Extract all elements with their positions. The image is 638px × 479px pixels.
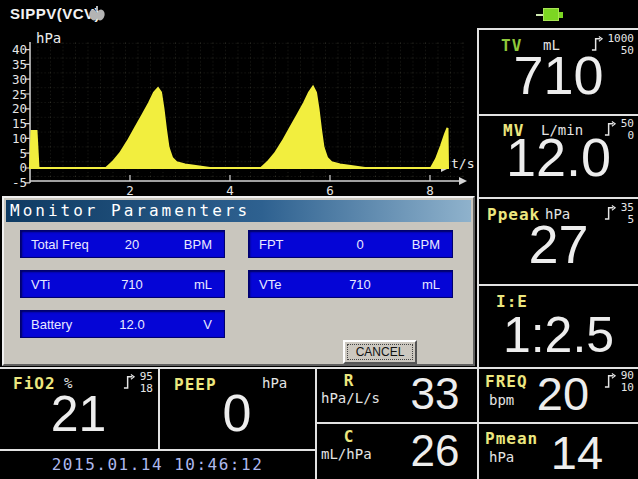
divider — [477, 28, 479, 479]
panel-fio2: FiO2 % 9518 21 — [0, 369, 157, 449]
panel-ppeak: Ppeak hPa 355 27 — [479, 199, 638, 283]
y-tick-label: 20 — [1, 101, 27, 116]
y-tick-label: 35 — [1, 57, 27, 72]
panel-tv: TV mL 100050 710 — [479, 30, 638, 114]
y-tick-label: 40 — [1, 42, 27, 57]
y-tick-label: 25 — [1, 87, 27, 102]
y-tick-label: 5 — [1, 146, 27, 161]
ventilation-mode-label: SIPPV(VCV) — [10, 5, 100, 22]
divider — [0, 367, 638, 369]
dialog-field-vti: VTi 710 mL — [20, 270, 225, 298]
waveform-svg — [0, 28, 478, 196]
r-label: R — [317, 371, 381, 390]
field-value: 710 — [332, 277, 388, 292]
panel-mv: MV L/min 500 12.0 — [479, 116, 638, 196]
field-label: VTi — [21, 277, 104, 292]
freq-value: 20 — [523, 370, 603, 417]
c-unit: mL/hPa — [321, 446, 372, 462]
alarm-limits-icon — [604, 372, 617, 389]
y-tick-label: 30 — [1, 72, 27, 87]
y-tick-label: 10 — [1, 131, 27, 146]
ac-power-icon — [536, 8, 566, 22]
ppeak-value: 27 — [479, 217, 638, 271]
field-label: VTe — [249, 277, 332, 292]
panel-r: R hPa/L/s 33 — [317, 369, 477, 421]
mv-value: 12.0 — [479, 130, 638, 184]
freq-unit: bpm — [489, 392, 514, 408]
dialog-fields: Total Freq 20 BPM FPT 0 BPM VTi 710 mL V… — [20, 230, 453, 338]
y-tick-label: 15 — [1, 116, 27, 131]
dialog-title: Monitor Paramenters — [10, 201, 250, 220]
field-label: FPT — [249, 237, 332, 252]
dialog-field-total-freq: Total Freq 20 BPM — [20, 230, 225, 258]
chart-grid — [30, 42, 465, 182]
pmean-unit: hPa — [489, 449, 514, 465]
field-value: 0 — [332, 237, 388, 252]
pmean-label: Pmean — [485, 429, 538, 448]
divider — [315, 422, 638, 424]
pressure-waveform-chart: hPa t/s 40 35 30 25 20 15 10 5 0 -5 2 4 … — [0, 28, 478, 196]
cancel-button[interactable]: CANCEL — [343, 340, 417, 364]
datetime-display: 2015.01.14 10:46:12 — [0, 450, 315, 479]
field-value: 20 — [104, 237, 160, 252]
panel-c: C mL/hPa 26 — [317, 424, 477, 479]
c-label: C — [317, 427, 381, 446]
field-unit: V — [160, 317, 224, 332]
dialog-field-vte: VTe 710 mL — [248, 270, 453, 298]
r-value: 33 — [399, 372, 471, 416]
ie-value: 1:2.5 — [479, 310, 638, 360]
panel-freq: FREQ bpm 9010 20 — [479, 369, 638, 421]
divider — [315, 369, 317, 479]
r-unit: hPa/L/s — [321, 390, 380, 406]
field-value: 710 — [104, 277, 160, 292]
panel-ie: I:E 1:2.5 — [479, 286, 638, 367]
y-tick-label: 0 — [1, 160, 27, 175]
freq-alarm-low: 10 — [621, 382, 634, 394]
dialog-field-fpt: FPT 0 BPM — [248, 230, 453, 258]
datetime-text: 2015.01.14 10:46:12 — [52, 455, 264, 474]
field-value: 12.0 — [104, 317, 160, 332]
divider — [478, 284, 638, 286]
pmean-value: 14 — [537, 429, 617, 476]
freq-alarm-limits: 9010 — [604, 370, 634, 394]
field-label: Battery — [21, 317, 104, 332]
dialog-title-bar[interactable]: Monitor Paramenters — [6, 200, 471, 222]
x-axis-unit: t/s — [451, 156, 474, 171]
field-unit: mL — [388, 277, 452, 292]
divider — [478, 114, 638, 116]
top-bar: SIPPV(VCV) — [0, 0, 638, 28]
divider — [0, 449, 315, 451]
y-tick-label: -5 — [1, 175, 27, 190]
y-axis-unit: hPa — [36, 30, 61, 46]
ventilator-screen: SIPPV(VCV) hPa t/s 40 — [0, 0, 638, 479]
freq-label: FREQ — [485, 372, 528, 391]
field-unit: BPM — [388, 237, 452, 252]
fio2-value: 21 — [0, 389, 157, 439]
divider — [478, 197, 638, 199]
alarm-limits-icon — [123, 373, 136, 390]
divider — [158, 369, 160, 449]
field-unit: mL — [160, 277, 224, 292]
c-value: 26 — [399, 429, 471, 473]
field-unit: BPM — [160, 237, 224, 252]
monitor-parameters-dialog: Monitor Paramenters Total Freq 20 BPM FP… — [2, 196, 475, 366]
field-label: Total Freq — [21, 237, 104, 252]
lungs-icon — [88, 6, 106, 21]
dialog-field-battery: Battery 12.0 V — [20, 310, 225, 338]
peep-value: 0 — [160, 387, 314, 439]
panel-pmean: Pmean hPa 14 — [479, 424, 638, 479]
panel-peep: PEEP hPa 0 — [160, 369, 314, 449]
tv-value: 710 — [479, 48, 638, 102]
